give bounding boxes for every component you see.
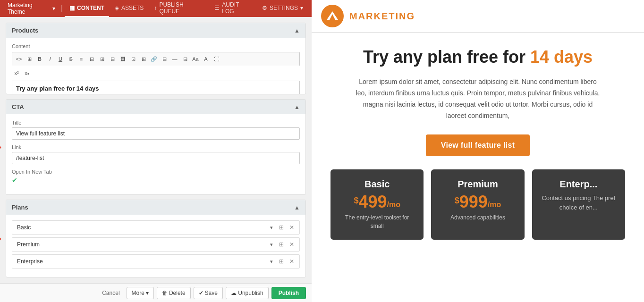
- cta-title: CTA: [12, 103, 24, 110]
- products-collapse-icon: ▲: [294, 27, 300, 34]
- cta-checkbox-row: ✔: [12, 176, 300, 184]
- plan-premium-controls: ▾ ⊞ ✕: [264, 238, 299, 251]
- preview-body: Try any plan free for 14 days Lorem ipsu…: [312, 33, 644, 302]
- plan-premium-label: Premium: [12, 238, 264, 251]
- toolbar-code[interactable]: <>: [14, 54, 24, 64]
- tab-content[interactable]: ▦ CONTENT: [65, 0, 109, 17]
- delete-button[interactable]: 🗑 Delete: [157, 287, 191, 299]
- toolbar-image[interactable]: 🖼: [118, 54, 127, 64]
- plan-basic-expand[interactable]: ▾: [267, 223, 276, 232]
- toolbar-font-size[interactable]: Aa: [191, 54, 200, 64]
- toolbar-list-ordered[interactable]: ⊟: [87, 54, 96, 64]
- more-button[interactable]: More ▾: [127, 287, 154, 299]
- plan-card-basic: Basic $ 499 /mo The entry-level toolset …: [330, 169, 424, 240]
- tab-assets[interactable]: ◈ ASSETS: [110, 0, 148, 17]
- plan-enterprise-label: Enterprise: [12, 255, 264, 268]
- plans-collapse-icon: ▲: [294, 204, 300, 211]
- toolbar-font-color[interactable]: A: [201, 54, 211, 64]
- panel-content: Products ▲ Content <> ⊞ B I U S ≡ ⊟ ⊞ ⊟ …: [0, 17, 312, 283]
- basic-price-value: 499: [358, 193, 387, 210]
- assets-icon: ◈: [115, 5, 119, 11]
- toolbar-italic[interactable]: I: [45, 54, 55, 64]
- plan-enterprise-controls: ▾ ⊞ ✕: [264, 255, 299, 268]
- plan-basic-copy[interactable]: ⊞: [277, 223, 286, 232]
- plan-card-premium-price: $ 999 /mo: [439, 193, 517, 210]
- toolbar-underline[interactable]: U: [56, 54, 65, 64]
- plan-enterprise-delete[interactable]: ✕: [287, 257, 297, 266]
- toolbar-block[interactable]: ⊡: [128, 54, 138, 64]
- toolbar-fullscreen[interactable]: ⛶: [212, 54, 221, 64]
- tab-settings[interactable]: ⚙ SETTINGS ▾: [257, 0, 308, 17]
- preview-header: MARKETING: [312, 0, 644, 33]
- toolbar-subscript[interactable]: x₂: [22, 68, 32, 78]
- plan-item-enterprise: Enterprise ▾ ⊞ ✕: [12, 254, 300, 268]
- theme-chevron-icon: ▾: [52, 5, 55, 12]
- toolbar-media[interactable]: ⊞: [139, 54, 148, 64]
- editor-content[interactable]: Try any plan free for 14 days Lorem ipsu…: [12, 81, 300, 94]
- basic-currency: $: [354, 196, 358, 205]
- editor-heading: Try any plan free for 14 days: [16, 85, 296, 92]
- plan-basic-controls: ▾ ⊞ ✕: [264, 221, 299, 234]
- unpublish-label: Unpublish: [238, 290, 263, 296]
- plan-premium-copy[interactable]: ⊞: [277, 240, 286, 249]
- toolbar-table[interactable]: ⊟: [108, 54, 117, 64]
- plan-enterprise-copy[interactable]: ⊞: [277, 257, 286, 266]
- cta-link-input[interactable]: [12, 152, 300, 164]
- basic-period: /mo: [387, 201, 400, 209]
- toolbar-indent[interactable]: ⊞: [97, 54, 107, 64]
- plan-premium-delete[interactable]: ✕: [287, 240, 297, 249]
- save-button[interactable]: ✔ Save: [194, 287, 223, 299]
- cta-title-group: Title: [12, 120, 300, 140]
- more-label: More: [132, 290, 144, 296]
- cta-new-tab-label: Open In New Tab: [12, 169, 300, 175]
- cta-preview-button[interactable]: View full feature list: [426, 134, 530, 156]
- open-new-tab-checkbox[interactable]: ✔: [12, 176, 17, 184]
- tab-audit-label: AUDIT LOG: [222, 1, 252, 15]
- toolbar-align[interactable]: ⊟: [180, 54, 190, 64]
- toolbar-format[interactable]: ⊟: [160, 54, 169, 64]
- cta-title-label: Title: [12, 120, 300, 126]
- bottom-bar: Cancel More ▾ 🗑 Delete ✔ Save ☁ Unpublis…: [0, 283, 312, 302]
- unpublish-button[interactable]: ☁ Unpublish: [226, 287, 269, 299]
- plan-basic-delete[interactable]: ✕: [287, 223, 297, 232]
- brand-name: MARKETING: [349, 11, 415, 22]
- audit-icon: ☰: [214, 5, 220, 11]
- toolbar-superscript[interactable]: x²: [12, 68, 21, 78]
- tab-audit-log[interactable]: ☰ AUDIT LOG: [210, 0, 256, 17]
- plan-card-premium-name: Premium: [439, 179, 517, 190]
- save-label: Save: [205, 290, 218, 296]
- plan-enterprise-expand[interactable]: ▾: [267, 257, 276, 266]
- toolbar-strikethrough[interactable]: S: [66, 54, 76, 64]
- plans-header[interactable]: Plans ▲: [6, 200, 305, 215]
- cta-title-input[interactable]: [12, 127, 300, 140]
- plan-premium-expand[interactable]: ▾: [267, 240, 276, 249]
- tab-publish-label: PUBLISH QUEUE: [159, 1, 204, 15]
- premium-price-value: 999: [459, 193, 488, 210]
- toolbar-list-unordered[interactable]: ≡: [76, 54, 86, 64]
- publish-button[interactable]: Publish: [271, 287, 306, 299]
- plan-card-premium: Premium $ 999 /mo Advanced capabilities: [431, 169, 524, 240]
- toolbar-source[interactable]: ⊞: [25, 54, 34, 64]
- products-body: Content <> ⊞ B I U S ≡ ⊟ ⊞ ⊟ 🖼 ⊡ ⊞ 🔗 ⊟: [6, 38, 305, 94]
- tab-publish-queue[interactable]: ↑ PUBLISH QUEUE: [149, 0, 209, 17]
- toolbar-hr[interactable]: —: [170, 54, 179, 64]
- cta-link-label: Link: [12, 144, 300, 150]
- cta-wrapper: ➜ CTA ▲ Title Link Open In Ne: [6, 99, 306, 195]
- cta-header[interactable]: CTA ▲: [6, 100, 305, 114]
- cancel-button[interactable]: Cancel: [98, 287, 123, 299]
- toolbar-link[interactable]: 🔗: [149, 54, 159, 64]
- products-section: Products ▲ Content <> ⊞ B I U S ≡ ⊟ ⊞ ⊟ …: [6, 23, 306, 94]
- brand-logo-svg: [326, 9, 339, 23]
- plan-card-enterprise-desc: Contact us pricing The pref choice of en…: [540, 193, 618, 212]
- content-label: Content: [12, 43, 300, 49]
- content-icon: ▦: [69, 5, 75, 11]
- top-nav: Marketing Theme ▾ | ▦ CONTENT ◈ ASSETS ↑…: [0, 0, 312, 17]
- editor-toolbar: <> ⊞ B I U S ≡ ⊟ ⊞ ⊟ 🖼 ⊡ ⊞ 🔗 ⊟ — ⊟: [12, 52, 300, 66]
- cta-new-tab-group: Open In New Tab ✔: [12, 169, 300, 184]
- products-header[interactable]: Products ▲: [6, 23, 305, 38]
- plan-basic-label: Basic: [12, 221, 264, 234]
- brand-logo: [321, 5, 344, 27]
- nav-divider: |: [61, 4, 63, 13]
- toolbar-bold[interactable]: B: [35, 54, 44, 64]
- theme-selector[interactable]: Marketing Theme ▾: [4, 0, 59, 17]
